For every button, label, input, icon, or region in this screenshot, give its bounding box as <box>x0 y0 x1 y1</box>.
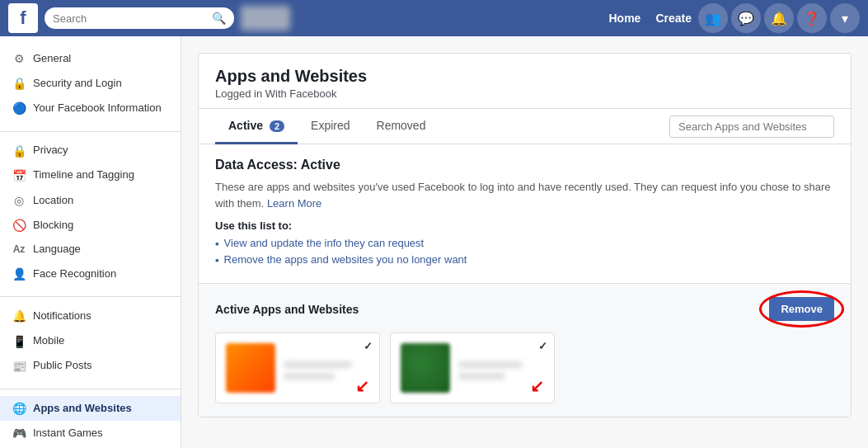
chevron-down-icon-btn[interactable]: ▾ <box>830 3 860 33</box>
tab-expired-label: Expired <box>311 119 350 132</box>
tab-active[interactable]: Active 2 <box>215 109 298 144</box>
learn-more-link[interactable]: Learn More <box>267 197 321 210</box>
sidebar-item-label: Security and Login <box>33 77 122 91</box>
sidebar-item-facebook-info[interactable]: 🔵 Your Facebook Information <box>0 96 181 120</box>
sidebar-item-blocking[interactable]: 🚫 Blocking <box>0 213 181 238</box>
facebook-icon: 🔵 <box>12 101 26 116</box>
data-access-section: Data Access: Active These are apps and w… <box>199 144 851 284</box>
notifications-icon-btn[interactable]: 🔔 <box>764 3 794 33</box>
sidebar-item-label: Notifications <box>33 309 91 323</box>
apps-search-input[interactable] <box>669 116 834 138</box>
sidebar-item-label: Mobile <box>33 334 64 348</box>
search-icon: 🔍 <box>212 12 226 25</box>
app-thumbnail-1 <box>226 343 275 393</box>
mobile-icon: 📱 <box>12 334 26 349</box>
sidebar-item-label: Location <box>33 194 73 208</box>
remove-button-wrapper: Remove <box>769 297 834 321</box>
privacy-icon: 🔒 <box>12 144 26 158</box>
nav-icon-group: 👥 💬 🔔 ❓ ▾ <box>698 3 860 33</box>
use-list-item-2: Remove the apps and websites you no long… <box>215 253 834 266</box>
tab-active-badge: 2 <box>270 120 284 132</box>
sidebar-item-mobile[interactable]: 📱 Mobile <box>0 329 181 354</box>
sidebar-item-location[interactable]: ◎ Location <box>0 188 181 213</box>
location-icon: ◎ <box>12 193 26 208</box>
bell-icon: 🔔 <box>12 309 26 323</box>
sidebar-item-label: Blocking <box>33 219 73 233</box>
timeline-icon: 📅 <box>12 168 26 183</box>
sidebar-section-preferences: 🔒 Privacy 📅 Timeline and Tagging ◎ Locat… <box>0 139 181 287</box>
top-navigation: f 🔍 Home Create 👥 💬 🔔 ❓ ▾ <box>0 0 868 36</box>
app-detail-blur-1 <box>284 373 335 380</box>
app-detail-blur-2 <box>458 373 505 380</box>
data-access-title: Data Access: Active <box>215 158 834 172</box>
people-icon-btn[interactable]: 👥 <box>698 3 728 33</box>
sidebar-item-label: Face Recognition <box>33 267 116 281</box>
checkmark-icon-1: ✓ <box>364 340 373 352</box>
app-name-blur-1 <box>284 361 352 368</box>
sidebar-item-label: Your Facebook Information <box>33 101 162 116</box>
tab-removed[interactable]: Removed <box>364 109 439 144</box>
sidebar-item-security-login[interactable]: 🔒 Security and Login <box>0 71 181 96</box>
sidebar-divider-3 <box>0 389 181 389</box>
sidebar-divider-1 <box>0 131 181 132</box>
page-subtitle: Logged in With Facebook <box>215 87 834 100</box>
main-content: Apps and Websites Logged in With Faceboo… <box>181 36 868 448</box>
sidebar: ⚙ General 🔒 Security and Login 🔵 Your Fa… <box>0 36 181 448</box>
use-list-item-1: View and update the info they can reques… <box>215 237 834 250</box>
tab-active-label: Active <box>228 119 263 132</box>
arrow-icon-1: ↙ <box>355 376 369 396</box>
sidebar-item-label: Apps and Websites <box>33 402 132 416</box>
sidebar-item-label: Public Posts <box>33 359 92 373</box>
apps-icon: 🌐 <box>12 401 26 416</box>
active-apps-title: Active Apps and Websites <box>215 303 359 316</box>
content-card: Apps and Websites Logged in With Faceboo… <box>198 53 852 417</box>
home-link[interactable]: Home <box>609 12 641 25</box>
page-title: Apps and Websites <box>215 67 834 86</box>
sidebar-item-public-posts[interactable]: 📰 Public Posts <box>0 354 181 379</box>
arrow-icon-2: ↙ <box>530 376 544 396</box>
game-icon: 🎮 <box>12 426 26 441</box>
app-name-blur-2 <box>458 361 523 368</box>
gear-icon: ⚙ <box>12 51 26 66</box>
tabs-row: Active 2 Expired Removed <box>199 109 851 144</box>
create-link[interactable]: Create <box>655 12 692 25</box>
search-input[interactable] <box>53 12 207 25</box>
app-card-1[interactable]: ✓ ↙ <box>215 332 380 403</box>
help-icon-btn[interactable]: ❓ <box>797 3 827 33</box>
remove-button[interactable]: Remove <box>769 297 834 321</box>
newspaper-icon: 📰 <box>12 359 26 374</box>
tab-expired[interactable]: Expired <box>298 109 363 144</box>
lock-icon: 🔒 <box>12 76 26 91</box>
sidebar-item-face-recognition[interactable]: 👤 Face Recognition <box>0 262 181 286</box>
language-icon: Az <box>12 243 26 257</box>
sidebar-item-label: Timeline and Tagging <box>33 168 134 182</box>
sidebar-section-account: ⚙ General 🔒 Security and Login 🔵 Your Fa… <box>0 46 181 121</box>
tab-removed-label: Removed <box>377 119 426 132</box>
sidebar-item-label: Privacy <box>33 144 68 158</box>
sidebar-item-notifications[interactable]: 🔔 Notifications <box>0 304 181 328</box>
checkmark-icon-2: ✓ <box>538 340 547 352</box>
sidebar-item-general[interactable]: ⚙ General <box>0 46 181 71</box>
data-access-description: These are apps and websites you've used … <box>215 179 834 211</box>
active-apps-header: Active Apps and Websites Remove <box>215 297 834 321</box>
use-list-title: Use this list to: <box>215 219 834 232</box>
search-bar[interactable]: 🔍 <box>45 7 234 29</box>
sidebar-item-privacy[interactable]: 🔒 Privacy <box>0 139 181 163</box>
sidebar-item-label: Instant Games <box>33 427 103 441</box>
use-list: View and update the info they can reques… <box>215 237 834 266</box>
active-apps-section: Active Apps and Websites Remove ✓ <box>199 284 851 417</box>
sidebar-item-apps-websites[interactable]: 🌐 Apps and Websites <box>0 396 181 421</box>
app-card-2[interactable]: ✓ ↙ <box>390 332 555 403</box>
content-header: Apps and Websites Logged in With Faceboo… <box>199 54 851 109</box>
sidebar-item-timeline-tagging[interactable]: 📅 Timeline and Tagging <box>0 163 181 188</box>
app-thumbnail-2 <box>401 343 450 393</box>
sidebar-divider-2 <box>0 296 181 297</box>
messenger-icon-btn[interactable]: 💬 <box>731 3 761 33</box>
face-icon: 👤 <box>12 266 26 281</box>
sidebar-item-language[interactable]: Az Language <box>0 238 181 262</box>
sidebar-item-instant-games[interactable]: 🎮 Instant Games <box>0 421 181 446</box>
facebook-logo: f <box>8 3 38 33</box>
blocking-icon: 🚫 <box>12 218 26 233</box>
user-avatar <box>241 6 290 31</box>
sidebar-section-notifications: 🔔 Notifications 📱 Mobile 📰 Public Posts <box>0 304 181 379</box>
